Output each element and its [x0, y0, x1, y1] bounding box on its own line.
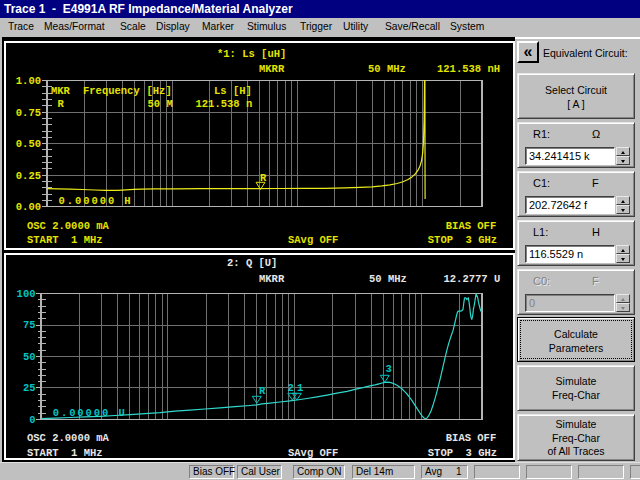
svg-text:50 MHz: 50 MHz [369, 273, 407, 285]
svg-text:SAvg OFF: SAvg OFF [288, 234, 338, 246]
svg-text:100: 100 [17, 288, 36, 300]
svg-text:SAvg OFF: SAvg OFF [288, 447, 338, 459]
svg-text:1.00: 1.00 [16, 75, 41, 87]
svg-text:0.00000 H: 0.00000 H [59, 195, 133, 207]
svg-text:R: R [259, 385, 266, 397]
svg-text:START 1 MHz: START 1 MHz [27, 447, 103, 459]
svg-text:BIAS OFF: BIAS OFF [446, 220, 496, 232]
svg-text:BIAS OFF: BIAS OFF [446, 432, 496, 444]
svg-text:Frequency: Frequency [83, 85, 140, 97]
svg-text:OSC 2.0000 mA: OSC 2.0000 mA [27, 220, 110, 232]
svg-text:121.538 n: 121.538 n [196, 98, 253, 110]
svg-text:0: 0 [29, 414, 35, 426]
svg-text:STOP 3 GHz: STOP 3 GHz [428, 234, 497, 246]
svg-text:R: R [58, 98, 65, 110]
svg-text:[Hz]: [Hz] [147, 85, 172, 97]
svg-text:3: 3 [386, 363, 392, 375]
svg-text:MKRR: MKRR [259, 273, 285, 285]
svg-text:OSC 2.0000 mA: OSC 2.0000 mA [27, 432, 110, 444]
svg-text:STOP 3 GHz: STOP 3 GHz [428, 447, 497, 459]
svg-text:1: 1 [297, 382, 303, 394]
svg-text:2: Q [U]: 2: Q [U] [227, 257, 277, 269]
svg-text:75: 75 [23, 319, 36, 331]
svg-text:0.50: 0.50 [16, 138, 41, 150]
svg-text:MKRR: MKRR [259, 63, 285, 75]
svg-text:50 M: 50 M [148, 98, 173, 110]
svg-text:Ls [H]: Ls [H] [214, 85, 252, 97]
svg-text:0.75: 0.75 [16, 107, 41, 119]
svg-text:START 1 MHz: START 1 MHz [27, 234, 103, 246]
svg-text:*1: Ls [uH]: *1: Ls [uH] [217, 48, 286, 60]
svg-text:25: 25 [23, 382, 36, 394]
svg-text:12.2777 U: 12.2777 U [444, 273, 501, 285]
svg-text:50 MHz: 50 MHz [368, 63, 406, 75]
svg-text:50: 50 [23, 351, 36, 363]
svg-text:0.25: 0.25 [16, 170, 41, 182]
svg-text:0.00: 0.00 [16, 201, 41, 213]
svg-text:2: 2 [288, 382, 294, 394]
svg-text:121.538 nH: 121.538 nH [437, 63, 500, 75]
svg-text:R: R [260, 172, 267, 184]
svg-text:MKR: MKR [51, 85, 71, 97]
